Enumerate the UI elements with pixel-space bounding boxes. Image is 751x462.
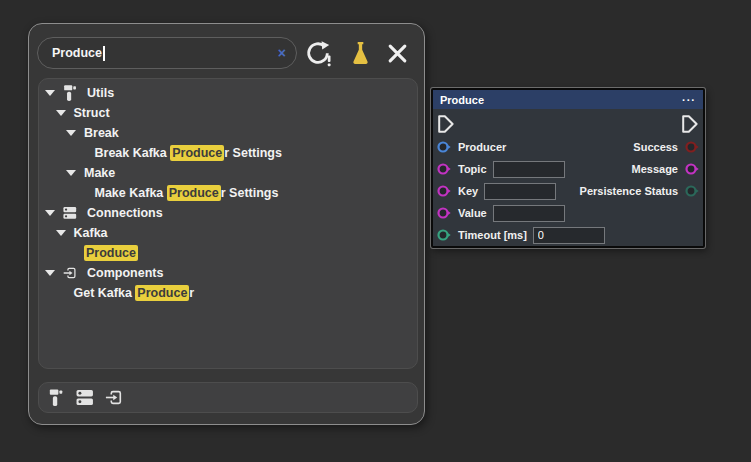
tree-row[interactable]: Break Kafka Producer Settings: [77, 143, 418, 163]
node-search-panel: Produce × Utils: [28, 23, 425, 425]
input-port-icon[interactable]: [437, 228, 451, 242]
tree-item-label: Break Kafka Producer Settings: [95, 146, 282, 160]
port-label: Message: [632, 163, 678, 175]
components-icon[interactable]: [103, 387, 125, 409]
tree-row[interactable]: Connections: [45, 203, 417, 223]
tree-item-label: Get Kafka Producer: [74, 286, 195, 300]
tree-row[interactable]: Make: [66, 163, 417, 183]
tree-row[interactable]: Utils: [45, 83, 417, 103]
node-title-bar[interactable]: Produce ···: [433, 90, 703, 109]
chevron-down-icon[interactable]: [45, 270, 55, 276]
refresh-icon: [305, 40, 332, 67]
tree-row[interactable]: Produce: [66, 243, 417, 263]
port-label: Key: [458, 185, 478, 197]
tree-row[interactable]: Make Kafka Producer Settings: [77, 183, 418, 203]
node-output-row: Message: [580, 158, 701, 180]
node-menu-button[interactable]: ···: [682, 96, 696, 104]
node-output-row: Persistence Status: [580, 180, 701, 202]
port-value-field[interactable]: [493, 161, 565, 178]
port-label: Success: [633, 141, 678, 153]
input-port-icon[interactable]: [437, 206, 451, 220]
search-match-highlight: Produce: [167, 185, 221, 201]
tree-row[interactable]: Kafka: [56, 223, 418, 243]
tree-item-label: Produce: [84, 246, 138, 260]
tree-item-label: Kafka: [74, 226, 108, 240]
tree-row[interactable]: Get Kafka Producer: [56, 283, 418, 303]
components-icon: [63, 264, 87, 282]
chevron-down-icon[interactable]: [56, 230, 66, 236]
input-port-icon[interactable]: [437, 140, 451, 154]
produce-node[interactable]: Produce ··· Producer Topic: [431, 88, 705, 248]
exec-out-port[interactable]: [682, 115, 698, 133]
port-label: Value: [458, 207, 487, 219]
close-icon: [386, 42, 409, 65]
chevron-down-icon[interactable]: [45, 210, 55, 216]
utils-icon[interactable]: [45, 387, 67, 409]
tree-item-label: Utils: [87, 86, 114, 100]
output-port-icon[interactable]: [685, 140, 699, 154]
node-editor-canvas[interactable]: Produce × Utils: [0, 0, 751, 462]
clear-search-icon[interactable]: ×: [278, 46, 286, 60]
search-input[interactable]: Produce ×: [37, 37, 297, 69]
search-results-tree: Utils Struct Break Break Kafka Producer …: [38, 78, 418, 369]
search-match-highlight: Produce: [135, 285, 189, 301]
search-input-value: Produce: [52, 46, 102, 60]
exec-in-port[interactable]: [438, 115, 454, 133]
output-port-icon[interactable]: [685, 184, 699, 198]
text-cursor: [103, 46, 105, 61]
search-match-highlight: Produce: [84, 245, 138, 261]
search-match-highlight: Produce: [170, 145, 224, 161]
flask-icon: [349, 41, 372, 66]
connections-icon: [63, 204, 87, 222]
node-output-row: Success: [580, 136, 701, 158]
port-value-field[interactable]: [533, 227, 605, 244]
tree-row[interactable]: Struct: [56, 103, 418, 123]
filter-button[interactable]: [347, 40, 374, 67]
tree-item-label: Break: [84, 126, 119, 140]
port-label: Persistence Status: [580, 185, 678, 197]
close-panel-button[interactable]: [384, 40, 411, 67]
connections-icon[interactable]: [74, 387, 96, 409]
tree-item-label: Make: [84, 166, 115, 180]
port-label: Timeout [ms]: [458, 229, 527, 241]
input-port-icon[interactable]: [437, 184, 451, 198]
node-input-row: Value: [433, 202, 703, 224]
tree-row[interactable]: Components: [45, 263, 417, 283]
chevron-down-icon[interactable]: [66, 130, 76, 136]
node-body: Producer Topic Key Value Timeout [ms]: [433, 109, 703, 246]
tree-item-label: Components: [87, 266, 163, 280]
node-output-rows: Success Message Persistence Status: [580, 136, 701, 202]
port-label: Producer: [458, 141, 506, 153]
tree-item-label: Struct: [74, 106, 110, 120]
port-label: Topic: [458, 163, 487, 175]
port-value-field[interactable]: [493, 205, 565, 222]
category-toolbar: [38, 382, 418, 413]
tree-row[interactable]: Break: [66, 123, 417, 143]
refresh-button[interactable]: [303, 38, 333, 68]
node-title: Produce: [440, 94, 484, 106]
output-port-icon[interactable]: [685, 162, 699, 176]
utils-icon: [63, 84, 87, 102]
tree-item-label: Make Kafka Producer Settings: [95, 186, 279, 200]
node-input-row: Timeout [ms]: [433, 224, 703, 246]
chevron-down-icon[interactable]: [56, 110, 66, 116]
chevron-down-icon[interactable]: [45, 90, 55, 96]
chevron-down-icon[interactable]: [66, 170, 76, 176]
port-value-field[interactable]: [484, 183, 556, 200]
input-port-icon[interactable]: [437, 162, 451, 176]
tree-item-label: Connections: [87, 206, 163, 220]
